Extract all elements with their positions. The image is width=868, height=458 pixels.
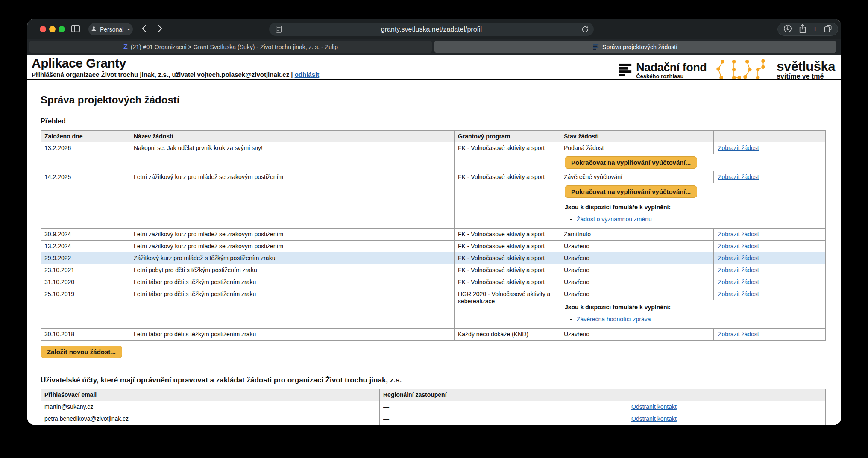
application-date: 13.2.2024 <box>41 241 130 252</box>
application-row: 14.2.2025 Letní zážitkový kurz pro mláde… <box>41 171 825 229</box>
application-name: Letní zážitkový kurz pro mládež se zrako… <box>130 171 455 228</box>
users-table: Přihlašovací email Regionální zastoupení… <box>41 389 826 425</box>
person-icon <box>90 25 97 34</box>
remove-contact-link[interactable]: Odstranit kontakt <box>631 415 677 422</box>
continue-settlement-row: Pokračovat na vyplňování vyúčtování... <box>560 183 825 200</box>
forms-list: Závěrečná hodnotící zpráva <box>577 316 821 323</box>
application-name: Nakopni se: Jak udělat prvník krok za sv… <box>130 142 455 171</box>
application-row: 23.10.2021 Letní pobyt pro děti s těžkým… <box>41 264 825 276</box>
new-application-button[interactable]: Založit novou žádost... <box>41 346 122 358</box>
users-table-header: Přihlašovací email Regionální zastoupení <box>41 389 825 401</box>
reload-icon[interactable] <box>581 25 589 35</box>
application-program: FK - Volnočasové aktivity a sport <box>455 229 560 240</box>
application-status: Podaná žádost <box>560 142 714 154</box>
application-name: Letní tábor pro děti s těžkým postižením… <box>130 329 455 340</box>
view-application-link[interactable]: Zobrazit žádost <box>718 331 759 338</box>
user-region: — <box>380 401 628 413</box>
view-application-link[interactable]: Zobrazit žádost <box>718 279 759 285</box>
application-program: FK - Volnočasové aktivity a sport <box>455 241 560 252</box>
view-application-link[interactable]: Zobrazit žádost <box>718 255 759 261</box>
stacked-bars-icon <box>593 44 599 50</box>
application-status: Uzavřeno <box>560 276 714 288</box>
application-status: Uzavřeno <box>560 329 714 340</box>
application-status-area: Uzavřeno Zobrazit žádost <box>560 252 825 264</box>
application-status: Uzavřeno <box>560 241 714 252</box>
continue-settlement-button[interactable]: Pokračovat na vyplňování vyúčtování... <box>565 156 697 169</box>
view-application-link[interactable]: Zobrazit žádost <box>718 267 759 273</box>
forward-button[interactable] <box>153 23 167 35</box>
page-format-icon[interactable] <box>274 25 283 35</box>
view-application-link[interactable]: Zobrazit žádost <box>718 173 759 180</box>
user-region: — <box>380 413 628 425</box>
application-date: 30.9.2024 <box>41 229 130 240</box>
forms-available-label: Jsou k dispozici fomuláře k vyplnění: <box>565 304 821 311</box>
continue-settlement-button[interactable]: Pokračovat na vyplňování vyúčtování... <box>565 185 697 198</box>
application-name: Zážitkový kurz pro mládež s těžkým posti… <box>130 252 455 264</box>
forms-available-label: Jsou k dispozici fomuláře k vyplnění: <box>565 204 821 211</box>
share-icon[interactable] <box>798 23 807 35</box>
application-date: 30.10.2018 <box>41 329 130 340</box>
profile-switcher[interactable]: Personal ⌄ <box>88 23 133 35</box>
applications-table-header: Založeno dne Název žádosti Grantový prog… <box>41 131 825 142</box>
form-list-item: Závěrečná hodnotící zpráva <box>577 316 821 323</box>
address-bar[interactable]: granty.svetluska.net/zadatel/profil <box>269 23 594 36</box>
view-application-link[interactable]: Zobrazit žádost <box>718 291 759 297</box>
radio-bars-icon <box>619 63 632 79</box>
users-heading: Uživatelské účty, které mají oprávnění u… <box>41 376 841 385</box>
toolbar-actions: + <box>777 23 838 36</box>
forms-list: Žádost o významnou změnu <box>577 216 821 223</box>
column-header-name: Název žádosti <box>130 131 455 142</box>
column-header-email: Přihlašovací email <box>41 389 380 401</box>
application-row: 30.9.2024 Letní zážitkový kurz pro mláde… <box>41 229 825 241</box>
application-name: Letní zážitkový kurz pro mládež se zrako… <box>130 241 455 252</box>
applications-table: Založeno dne Název žádosti Grantový prog… <box>41 130 826 341</box>
application-status: Uzavřeno <box>560 264 714 276</box>
application-name: Letní tábor pro děti s těžkým postižením… <box>130 276 455 288</box>
column-header-user-actions <box>628 389 825 401</box>
column-header-status: Stav žádosti <box>560 131 714 142</box>
back-button[interactable] <box>137 23 151 35</box>
view-application-link[interactable]: Zobrazit žádost <box>718 243 759 250</box>
application-date: 13.2.2026 <box>41 142 130 171</box>
form-link[interactable]: Žádost o významnou změnu <box>577 216 652 223</box>
tab-sprava-zadosti[interactable]: Správa projektových žádostí <box>434 41 836 53</box>
logout-link[interactable]: odhlásit <box>295 71 320 78</box>
application-date: 14.2.2025 <box>41 171 130 228</box>
new-tab-icon[interactable]: + <box>812 24 818 33</box>
zoom-window-button[interactable] <box>59 26 65 32</box>
minimize-window-button[interactable] <box>49 26 56 32</box>
tab-zulip[interactable]: Z (21) #01 Organizacni > Grant Svetluska… <box>29 41 432 53</box>
application-program: FK - Volnočasové aktivity a sport <box>455 252 560 264</box>
application-date: 23.10.2021 <box>41 264 130 276</box>
browser-titlebar: Personal ⌄ granty.svetluska.net/zadatel/… <box>27 19 841 39</box>
chevron-down-icon: ⌄ <box>126 25 131 32</box>
application-status: Uzavřeno <box>560 288 714 300</box>
page-content: Aplikace Granty Přihlášená organizace Ži… <box>27 55 841 425</box>
tab-title: (21) #01 Organizacni > Grant Svetluska (… <box>131 44 338 50</box>
form-link[interactable]: Závěrečná hodnotící zpráva <box>577 316 651 323</box>
application-date: 25.10.2019 <box>41 288 130 328</box>
page-title: Správa projektových žádostí <box>41 94 841 106</box>
application-program: FK - Volnočasové aktivity a sport <box>455 142 560 171</box>
application-status-area: Uzavřeno Zobrazit žádost Jsou k dispozic… <box>560 288 825 328</box>
application-program: FK - Volnočasové aktivity a sport <box>455 276 560 288</box>
nadacni-fond-title: Nadační fond <box>636 62 707 73</box>
nadacni-fond-subtitle: Českého rozhlasu <box>636 73 707 79</box>
remove-contact-link[interactable]: Odstranit kontakt <box>631 403 677 410</box>
application-date: 29.9.2022 <box>41 252 130 264</box>
chevron-left-icon <box>141 25 147 34</box>
close-window-button[interactable] <box>40 26 46 32</box>
user-row: petra.benedikova@zivotjinak.cz — Odstran… <box>41 413 825 425</box>
application-row: 13.2.2024 Letní zážitkový kurz pro mláde… <box>41 241 825 252</box>
sidebar-toggle-button[interactable] <box>67 23 85 35</box>
application-program: FK - Volnočasové aktivity a sport <box>455 171 560 228</box>
user-row: martin@sukany.cz — Odstranit kontakt <box>41 401 825 413</box>
view-application-link[interactable]: Zobrazit žádost <box>718 144 759 151</box>
column-header-program: Grantový program <box>455 131 560 142</box>
downloads-icon[interactable] <box>783 24 792 35</box>
application-row: 13.2.2026 Nakopni se: Jak udělat prvník … <box>41 142 825 171</box>
tab-overview-icon[interactable] <box>823 24 833 35</box>
chevron-right-icon <box>158 25 163 34</box>
view-application-link[interactable]: Zobrazit žádost <box>718 231 759 238</box>
application-status: Závěrečné vyúčtování <box>560 171 714 183</box>
